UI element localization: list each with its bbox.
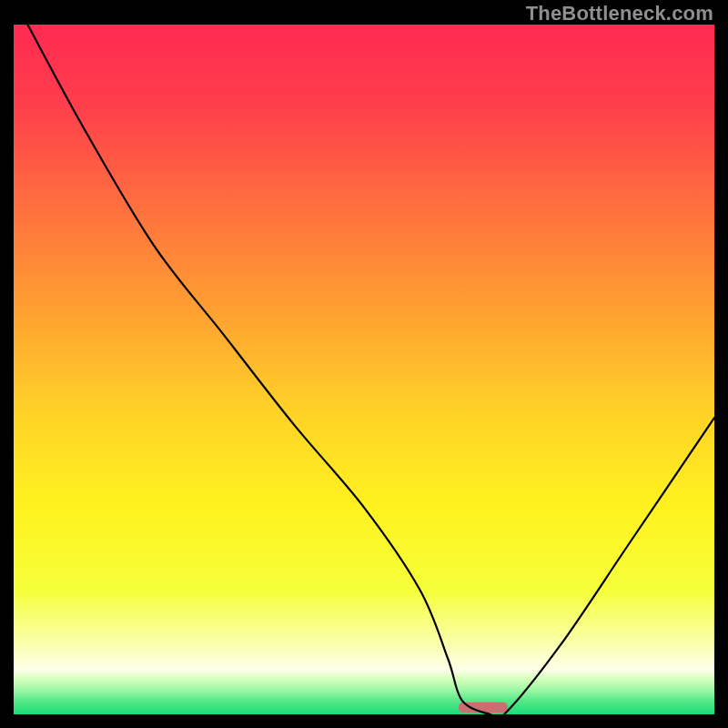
chart-frame <box>14 25 714 714</box>
chart-svg <box>14 25 714 714</box>
watermark-label: TheBottleneck.com <box>526 2 713 25</box>
chart-background <box>14 25 714 714</box>
